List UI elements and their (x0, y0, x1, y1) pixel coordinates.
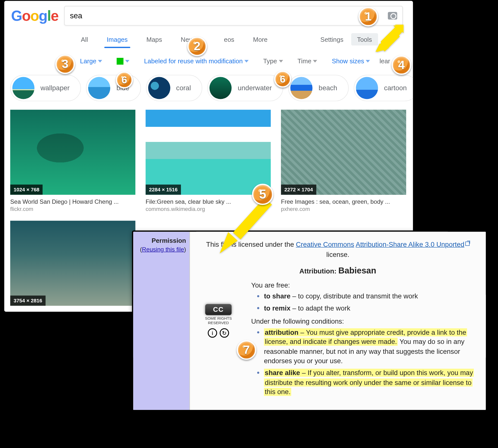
filter-license[interactable]: Labeled for reuse with modification (144, 57, 249, 65)
result-image[interactable]: 2272 × 1704 (281, 110, 406, 195)
nav-maps[interactable]: Maps (146, 36, 162, 43)
reusing-file: (Reusing this file) (137, 246, 186, 253)
nav-settings[interactable]: Settings (320, 36, 343, 43)
arrow-to-license (216, 193, 280, 257)
chip-wallpaper[interactable]: wallpaper (10, 75, 81, 101)
dimensions-badge: 1024 × 768 (10, 184, 43, 195)
result-image[interactable]: 1024 × 768 (10, 110, 135, 195)
filter-color[interactable] (117, 58, 130, 65)
cc-logo: CC (205, 304, 232, 315)
dimensions-badge: 3754 × 2816 (10, 295, 46, 306)
cc-link[interactable]: Creative Commons (296, 241, 354, 248)
permission-body: This file is licensed under the Creative… (189, 232, 486, 410)
result-card[interactable]: 3754 × 2816 (10, 221, 135, 306)
chip-coral[interactable]: coral (146, 75, 202, 101)
filter-row: Large Labeled for reuse with modificatio… (80, 57, 413, 65)
filter-show-sizes[interactable]: Show sizes (332, 57, 370, 65)
nav-videos-partial[interactable]: eos (224, 36, 234, 43)
cond-attribution-item: attribution – You must give appropriate … (257, 328, 480, 366)
permission-panel: Permission (Reusing this file) This file… (132, 230, 487, 411)
free-share-item: to share – to copy, distribute and trans… (257, 292, 480, 301)
dimensions-badge: 2284 × 1516 (146, 184, 181, 195)
suggestion-chips: wallpaper blue coral underwater beach ca… (10, 75, 413, 101)
result-title: Free Images : sea, ocean, green, body ..… (281, 198, 406, 205)
result-card[interactable]: 1024 × 768 Sea World San Diego | Howard … (10, 110, 135, 212)
nav-row: All Images Maps News eos More Settings T… (81, 33, 413, 45)
result-source: pxhere.com (281, 206, 406, 212)
permission-sidebar: Permission (Reusing this file) (133, 232, 189, 410)
attribution-line: Attribution: Babiesan (196, 266, 480, 276)
by-icon: i (208, 328, 217, 338)
annotation-badge-2: 2 (187, 37, 207, 56)
external-link-icon (465, 242, 470, 246)
cond-sharealike-item: share alike – If you alter, transform, o… (257, 368, 480, 397)
camera-icon[interactable] (388, 12, 397, 20)
annotation-badge-6b: 6 (274, 71, 291, 88)
annotation-badge-6a: 6 (116, 71, 133, 89)
annotation-badge-4: 4 (392, 55, 411, 75)
filter-clear-partial[interactable]: lear (379, 57, 390, 65)
green-color-swatch (117, 58, 124, 65)
filter-time[interactable]: Time (298, 57, 317, 65)
cc-badge-column: CC SOME RIGHTS RESERVED i ↻ (196, 304, 241, 338)
reusing-file-link[interactable]: Reusing this file (142, 246, 184, 253)
free-remix-item: to remix – to adapt the work (257, 304, 480, 314)
svg-marker-14 (220, 232, 238, 253)
results-row: 1024 × 768 Sea World San Diego | Howard … (10, 110, 407, 212)
nav-all[interactable]: All (81, 36, 88, 43)
conditions-label: Under the following conditions: (251, 317, 480, 325)
chip-underwater[interactable]: underwater (207, 75, 283, 101)
you-are-free-label: You are free: (251, 282, 480, 289)
google-logo: Google (11, 7, 58, 24)
annotation-badge-5: 5 (252, 184, 273, 205)
chip-beach[interactable]: beach (288, 75, 349, 101)
result-image[interactable]: 3754 × 2816 (10, 221, 135, 306)
annotation-badge-3: 3 (55, 54, 75, 74)
cc-rights-text: SOME RIGHTS RESERVED (196, 316, 241, 325)
result-image[interactable]: 2284 × 1516 (146, 110, 271, 195)
result-card[interactable]: 2272 × 1704 Free Images : sea, ocean, gr… (281, 110, 406, 212)
search-box[interactable] (64, 6, 403, 25)
sa-icon: ↻ (220, 328, 229, 338)
result-source: flickr.com (10, 206, 135, 212)
filter-size[interactable]: Large (80, 57, 102, 65)
license-link[interactable]: Attribution-Share Alike 3.0 Unported (356, 241, 464, 248)
filter-type[interactable]: Type (263, 57, 283, 65)
nav-images[interactable]: Images (107, 36, 128, 43)
permission-header: Permission (137, 237, 186, 244)
annotation-badge-7: 7 (237, 340, 256, 360)
arrow-to-tools (374, 23, 403, 53)
nav-more[interactable]: More (253, 36, 268, 43)
result-title: Sea World San Diego | Howard Cheng ... (10, 198, 135, 205)
chip-cartoon[interactable]: cartoon (354, 75, 413, 101)
search-input[interactable] (70, 11, 388, 20)
dimensions-badge: 2272 × 1704 (281, 184, 316, 195)
annotation-badge-1: 1 (358, 7, 378, 26)
